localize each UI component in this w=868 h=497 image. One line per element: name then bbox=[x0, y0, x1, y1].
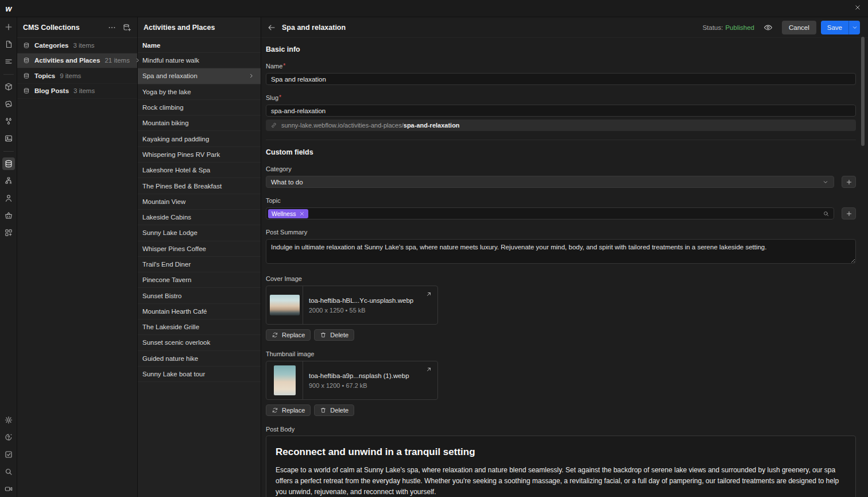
plus-icon[interactable] bbox=[0, 18, 17, 36]
collection-row[interactable]: Activities and Places 21 items bbox=[17, 53, 137, 69]
assets-icon[interactable] bbox=[0, 130, 17, 147]
topic-multiselect-field[interactable]: Wellness bbox=[266, 207, 834, 219]
name-input[interactable] bbox=[266, 73, 856, 85]
name-column-header[interactable]: Name bbox=[138, 38, 261, 53]
thumbnail-replace-button[interactable]: Replace bbox=[266, 404, 311, 416]
save-button[interactable]: Save bbox=[821, 21, 860, 34]
collection-icon bbox=[23, 72, 30, 79]
cover-delete-button[interactable]: Delete bbox=[314, 329, 354, 341]
video-icon[interactable] bbox=[0, 480, 17, 497]
replace-icon bbox=[272, 407, 278, 414]
logic-icon[interactable] bbox=[0, 172, 17, 190]
open-asset-icon[interactable] bbox=[425, 291, 432, 298]
collection-item-row[interactable]: Mountain View bbox=[138, 194, 261, 210]
editor-scrollbar[interactable] bbox=[861, 37, 865, 146]
help-icon[interactable] bbox=[0, 429, 17, 446]
more-options-icon[interactable] bbox=[107, 23, 117, 32]
close-icon[interactable] bbox=[854, 4, 861, 11]
audit-icon[interactable] bbox=[0, 446, 17, 463]
item-form: Basic info Name* Slug* sunny-lake.webflo… bbox=[261, 38, 868, 497]
thumbnail-delete-button[interactable]: Delete bbox=[314, 404, 354, 416]
post-body-label: Post Body bbox=[266, 426, 856, 433]
collection-item-row[interactable]: Kayaking and paddling bbox=[138, 131, 261, 147]
collection-item-row[interactable]: Spa and relaxation bbox=[138, 68, 261, 84]
collection-item-row[interactable]: Sunset scenic overlook bbox=[138, 335, 261, 350]
add-collection-icon[interactable] bbox=[122, 23, 131, 32]
thumbnail-image-card[interactable]: toa-heftiba-a9p...nsplash (1).webp 900 x… bbox=[266, 361, 438, 400]
apps-icon[interactable] bbox=[0, 224, 17, 241]
post-summary-textarea[interactable]: Indulge in ultimate relaxation at Sunny … bbox=[266, 239, 856, 264]
save-label[interactable]: Save bbox=[821, 24, 848, 31]
collection-row[interactable]: Topics 9 items bbox=[17, 68, 137, 84]
open-asset-icon[interactable] bbox=[425, 366, 432, 373]
add-topic-button[interactable] bbox=[842, 207, 856, 219]
topic-tag[interactable]: Wellness bbox=[268, 209, 308, 218]
slug-label: Slug* bbox=[266, 94, 856, 101]
preview-eye-icon[interactable] bbox=[764, 23, 773, 32]
collection-item-row[interactable]: Pinecone Tavern bbox=[138, 272, 261, 288]
collection-icon bbox=[23, 87, 30, 94]
cover-image-card[interactable]: toa-heftiba-hBL...Yc-unsplash.webp 2000 … bbox=[266, 286, 438, 325]
collection-item-row[interactable]: Sunny Lake boat tour bbox=[138, 367, 261, 382]
name-label: Name* bbox=[266, 63, 856, 70]
item-url-bar[interactable]: sunny-lake.webflow.io/activities-and-pla… bbox=[266, 120, 856, 131]
trash-icon bbox=[320, 332, 327, 338]
collection-item-row[interactable]: Mountain biking bbox=[138, 115, 261, 131]
pages-icon[interactable] bbox=[0, 36, 17, 53]
collection-item-row[interactable]: Yoga by the lake bbox=[138, 84, 261, 100]
slug-input[interactable] bbox=[266, 105, 856, 117]
collection-item-row[interactable]: Whispering Pines RV Park bbox=[138, 147, 261, 163]
chevron-down-icon bbox=[822, 179, 829, 186]
cover-image-meta: 2000 x 1250 • 55 kB bbox=[309, 307, 432, 314]
custom-fields-heading: Custom fields bbox=[266, 148, 856, 156]
collection-item-row[interactable]: Rock climbing bbox=[138, 100, 261, 115]
collection-item-row[interactable]: The Pines Bed & Breakfast bbox=[138, 178, 261, 194]
save-options-chevron-icon[interactable] bbox=[848, 21, 860, 34]
titlebar: w bbox=[0, 0, 868, 17]
ecommerce-icon[interactable] bbox=[0, 207, 17, 224]
variables-icon[interactable] bbox=[0, 95, 17, 113]
collection-item-row[interactable]: Mindful nature walk bbox=[138, 53, 261, 68]
cms-collections-panel: CMS Collections Categories 3 items Activ… bbox=[17, 17, 138, 497]
category-select[interactable]: What to do bbox=[266, 176, 834, 188]
remove-tag-icon[interactable] bbox=[299, 211, 305, 217]
collection-item-row[interactable]: Sunny Lake Lodge bbox=[138, 225, 261, 241]
collection-item-row[interactable]: Guided nature hike bbox=[138, 351, 261, 367]
cancel-button[interactable]: Cancel bbox=[782, 21, 816, 34]
collection-item-row[interactable]: Lakeshore Hotel & Spa bbox=[138, 163, 261, 178]
add-category-button[interactable] bbox=[842, 176, 856, 188]
collection-item-row[interactable]: Mountain Hearth Café bbox=[138, 304, 261, 319]
collection-item-row[interactable]: Trail's End Diner bbox=[138, 257, 261, 272]
navigator-icon[interactable] bbox=[0, 53, 17, 70]
collection-item-row[interactable]: Lakeside Cabins bbox=[138, 210, 261, 225]
collection-item-row[interactable]: The Lakeside Grille bbox=[138, 319, 261, 335]
webflow-logo[interactable]: w bbox=[0, 5, 17, 13]
styles-icon[interactable] bbox=[0, 113, 17, 130]
collection-item-count: 3 items bbox=[73, 87, 131, 94]
basic-info-heading: Basic info bbox=[266, 45, 856, 53]
category-value: What to do bbox=[271, 179, 303, 186]
components-icon[interactable] bbox=[0, 78, 17, 95]
collection-row[interactable]: Categories 3 items bbox=[17, 38, 137, 53]
section-divider bbox=[266, 140, 856, 140]
back-arrow-icon[interactable] bbox=[267, 23, 276, 32]
search-icon[interactable] bbox=[0, 463, 17, 480]
cover-image-label: Cover Image bbox=[266, 275, 856, 282]
cover-replace-button[interactable]: Replace bbox=[266, 329, 311, 341]
collection-item-row[interactable]: Sunset Bistro bbox=[138, 288, 261, 303]
cover-image-filename: toa-heftiba-hBL...Yc-unsplash.webp bbox=[309, 297, 432, 304]
collection-icon bbox=[23, 57, 30, 64]
item-name: Kayaking and paddling bbox=[142, 136, 209, 142]
item-name: Mountain View bbox=[142, 198, 185, 205]
settings-icon[interactable] bbox=[0, 411, 17, 429]
search-icon bbox=[823, 210, 830, 217]
collection-row[interactable]: Blog Posts 3 items bbox=[17, 84, 137, 99]
required-asterisk: * bbox=[283, 63, 285, 69]
category-label: Category bbox=[266, 165, 856, 172]
users-icon[interactable] bbox=[0, 190, 17, 207]
post-body-richtext[interactable]: Reconnect and unwind in a tranquil setti… bbox=[266, 436, 856, 497]
item-url: sunny-lake.webflow.io/activities-and-pla… bbox=[281, 122, 460, 129]
cms-icon[interactable] bbox=[0, 155, 17, 172]
collection-label: Activities and Places bbox=[34, 57, 100, 64]
collection-item-row[interactable]: Whisper Pines Coffee bbox=[138, 241, 261, 257]
